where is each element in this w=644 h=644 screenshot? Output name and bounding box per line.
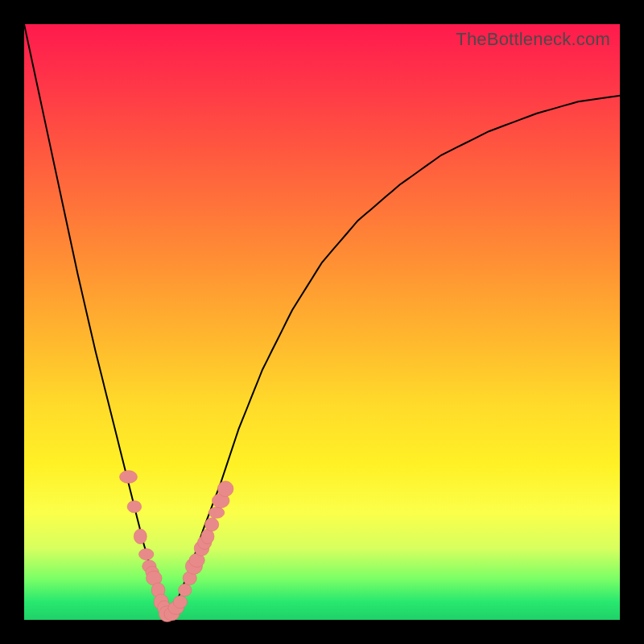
sample-marker — [139, 549, 154, 560]
plot-area: TheBottleneck.com — [24, 24, 620, 620]
sample-marker — [127, 501, 142, 513]
sample-marker — [204, 518, 218, 531]
sample-marker — [179, 584, 192, 597]
chart-overlay-svg — [24, 24, 620, 620]
sample-marker — [120, 471, 138, 484]
sample-marker — [217, 481, 233, 497]
sample-marker — [208, 507, 225, 518]
chart-frame: TheBottleneck.com — [0, 0, 644, 644]
sample-marker — [134, 529, 147, 544]
bottleneck-curve — [24, 24, 620, 614]
sample-marker — [173, 596, 187, 609]
